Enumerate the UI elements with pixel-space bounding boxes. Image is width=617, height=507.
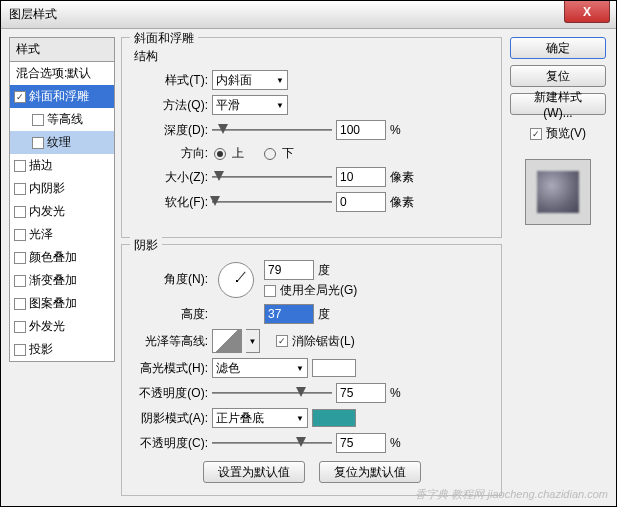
label-style: 样式(T): — [134, 72, 208, 89]
settings-panel: 斜面和浮雕 结构 样式(T): 内斜面▼ 方法(Q): 平滑▼ 深度(D): — [121, 37, 502, 498]
unit-percent: % — [390, 436, 401, 450]
group-title-main: 斜面和浮雕 — [130, 30, 198, 47]
structure-title: 结构 — [134, 48, 489, 65]
checkbox-icon[interactable] — [32, 114, 44, 126]
style-blend-options[interactable]: 混合选项:默认 — [10, 62, 114, 85]
opacity2-input[interactable] — [336, 433, 386, 453]
label-global-light: 使用全局光(G) — [280, 282, 357, 299]
unit-percent: % — [390, 386, 401, 400]
style-contour[interactable]: 等高线 — [10, 108, 114, 131]
label-preview: 预览(V) — [546, 125, 586, 142]
style-color-overlay[interactable]: 颜色叠加 — [10, 246, 114, 269]
checkbox-icon[interactable] — [14, 321, 26, 333]
label-altitude: 高度: — [134, 306, 208, 323]
shadow-mode-combo[interactable]: 正片叠底▼ — [212, 408, 308, 428]
style-satin[interactable]: 光泽 — [10, 223, 114, 246]
style-bevel[interactable]: ✓斜面和浮雕 — [10, 85, 114, 108]
radio-up[interactable] — [214, 148, 226, 160]
size-slider[interactable] — [212, 169, 332, 185]
checkbox-icon[interactable] — [14, 344, 26, 356]
label-direction: 方向: — [134, 145, 208, 162]
close-icon: X — [583, 5, 591, 19]
style-stroke[interactable]: 描边 — [10, 154, 114, 177]
style-pattern-overlay[interactable]: 图案叠加 — [10, 292, 114, 315]
label-angle: 角度(N): — [134, 271, 208, 288]
contour-picker[interactable] — [212, 329, 242, 353]
make-default-button[interactable]: 设置为默认值 — [203, 461, 305, 483]
reset-default-button[interactable]: 复位为默认值 — [319, 461, 421, 483]
shading-group: 阴影 角度(N): 度 使用全局光(G) — [121, 244, 502, 496]
styles-header: 样式 — [9, 37, 115, 62]
checkbox-icon[interactable] — [14, 160, 26, 172]
dialog-title: 图层样式 — [9, 6, 57, 23]
depth-slider[interactable] — [212, 122, 332, 138]
right-panel: 确定 复位 新建样式(W)... ✓ 预览(V) — [508, 37, 608, 498]
group-title-shading: 阴影 — [130, 237, 162, 254]
chevron-down-icon: ▼ — [276, 76, 284, 85]
soften-input[interactable] — [336, 192, 386, 212]
label-technique: 方法(Q): — [134, 97, 208, 114]
checkbox-icon[interactable] — [14, 252, 26, 264]
ok-button[interactable]: 确定 — [510, 37, 606, 59]
label-opacity1: 不透明度(O): — [134, 385, 208, 402]
style-combo[interactable]: 内斜面▼ — [212, 70, 288, 90]
checkbox-icon[interactable] — [14, 183, 26, 195]
style-gradient-overlay[interactable]: 渐变叠加 — [10, 269, 114, 292]
highlight-color-swatch[interactable] — [312, 359, 356, 377]
style-inner-glow[interactable]: 内发光 — [10, 200, 114, 223]
checkbox-icon[interactable]: ✓ — [14, 91, 26, 103]
chevron-down-icon: ▼ — [296, 414, 304, 423]
unit-deg: 度 — [318, 306, 330, 323]
checkbox-icon[interactable] — [14, 275, 26, 287]
unit-percent: % — [390, 123, 401, 137]
highlight-mode-combo[interactable]: 滤色▼ — [212, 358, 308, 378]
radio-down[interactable] — [264, 148, 276, 160]
cancel-button[interactable]: 复位 — [510, 65, 606, 87]
checkbox-icon[interactable] — [14, 206, 26, 218]
opacity2-slider[interactable] — [212, 435, 332, 451]
structure-group: 结构 样式(T): 内斜面▼ 方法(Q): 平滑▼ 深度(D): % — [134, 48, 489, 225]
styles-panel: 样式 混合选项:默认 ✓斜面和浮雕 等高线 纹理 描边 内阴影 内发光 光泽 颜… — [9, 37, 115, 498]
label-shadow-mode: 阴影模式(A): — [134, 410, 208, 427]
checkbox-icon[interactable] — [14, 229, 26, 241]
global-light-checkbox[interactable] — [264, 285, 276, 297]
antialias-checkbox[interactable]: ✓ — [276, 335, 288, 347]
preview-checkbox[interactable]: ✓ — [530, 128, 542, 140]
soften-slider[interactable] — [212, 194, 332, 210]
chevron-down-icon[interactable]: ▼ — [246, 329, 260, 353]
layer-style-dialog: 图层样式 X 样式 混合选项:默认 ✓斜面和浮雕 等高线 纹理 描边 内阴影 内… — [0, 0, 617, 507]
checkbox-icon[interactable] — [14, 298, 26, 310]
label-size: 大小(Z): — [134, 169, 208, 186]
watermark: 香字典 教程网 jiaocheng.chazidian.com — [415, 487, 608, 502]
bevel-group: 斜面和浮雕 结构 样式(T): 内斜面▼ 方法(Q): 平滑▼ 深度(D): — [121, 37, 502, 238]
label-highlight-mode: 高光模式(H): — [134, 360, 208, 377]
styles-list: 混合选项:默认 ✓斜面和浮雕 等高线 纹理 描边 内阴影 内发光 光泽 颜色叠加… — [9, 62, 115, 362]
unit-deg: 度 — [318, 262, 330, 279]
checkbox-icon[interactable] — [32, 137, 44, 149]
chevron-down-icon: ▼ — [296, 364, 304, 373]
close-button[interactable]: X — [564, 1, 610, 23]
opacity1-input[interactable] — [336, 383, 386, 403]
label-antialias: 消除锯齿(L) — [292, 333, 355, 350]
style-inner-shadow[interactable]: 内阴影 — [10, 177, 114, 200]
technique-combo[interactable]: 平滑▼ — [212, 95, 288, 115]
label-depth: 深度(D): — [134, 122, 208, 139]
angle-input[interactable] — [264, 260, 314, 280]
titlebar: 图层样式 X — [1, 1, 616, 29]
depth-input[interactable] — [336, 120, 386, 140]
new-style-button[interactable]: 新建样式(W)... — [510, 93, 606, 115]
size-input[interactable] — [336, 167, 386, 187]
preview-box — [525, 159, 591, 225]
label-opacity2: 不透明度(C): — [134, 435, 208, 452]
style-drop-shadow[interactable]: 投影 — [10, 338, 114, 361]
style-texture[interactable]: 纹理 — [10, 131, 114, 154]
label-gloss-contour: 光泽等高线: — [134, 333, 208, 350]
style-outer-glow[interactable]: 外发光 — [10, 315, 114, 338]
unit-px: 像素 — [390, 194, 414, 211]
shadow-color-swatch[interactable] — [312, 409, 356, 427]
altitude-input[interactable] — [264, 304, 314, 324]
chevron-down-icon: ▼ — [276, 101, 284, 110]
unit-px: 像素 — [390, 169, 414, 186]
angle-control[interactable] — [218, 262, 254, 298]
opacity1-slider[interactable] — [212, 385, 332, 401]
